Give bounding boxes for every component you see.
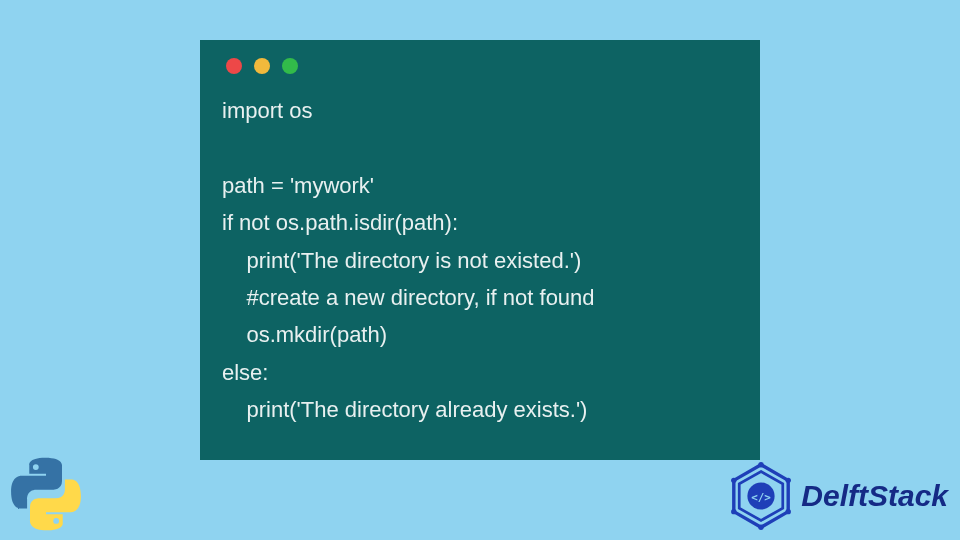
svg-point-7 <box>759 525 764 530</box>
window-traffic-lights <box>222 58 738 74</box>
svg-point-6 <box>786 509 791 514</box>
brand: </> DelftStack <box>727 462 948 530</box>
code-line: else: <box>222 360 268 385</box>
svg-text:</>: </> <box>751 491 771 504</box>
svg-point-8 <box>731 509 736 514</box>
svg-point-9 <box>731 478 736 483</box>
brand-name: DelftStack <box>801 479 948 513</box>
code-line: if not os.path.isdir(path): <box>222 210 458 235</box>
code-line: print('The directory is not existed.') <box>222 248 581 273</box>
delftstack-icon: </> <box>727 462 795 530</box>
maximize-icon <box>282 58 298 74</box>
code-line: os.mkdir(path) <box>222 322 387 347</box>
python-icon <box>6 454 86 534</box>
minimize-icon <box>254 58 270 74</box>
close-icon <box>226 58 242 74</box>
code-line: import os <box>222 98 312 123</box>
code-line: #create a new directory, if not found <box>222 285 595 310</box>
code-block: import os path = 'mywork' if not os.path… <box>222 92 738 429</box>
svg-point-5 <box>786 478 791 483</box>
svg-point-4 <box>759 462 764 467</box>
code-line: print('The directory already exists.') <box>222 397 587 422</box>
code-window: import os path = 'mywork' if not os.path… <box>200 40 760 460</box>
code-line: path = 'mywork' <box>222 173 374 198</box>
